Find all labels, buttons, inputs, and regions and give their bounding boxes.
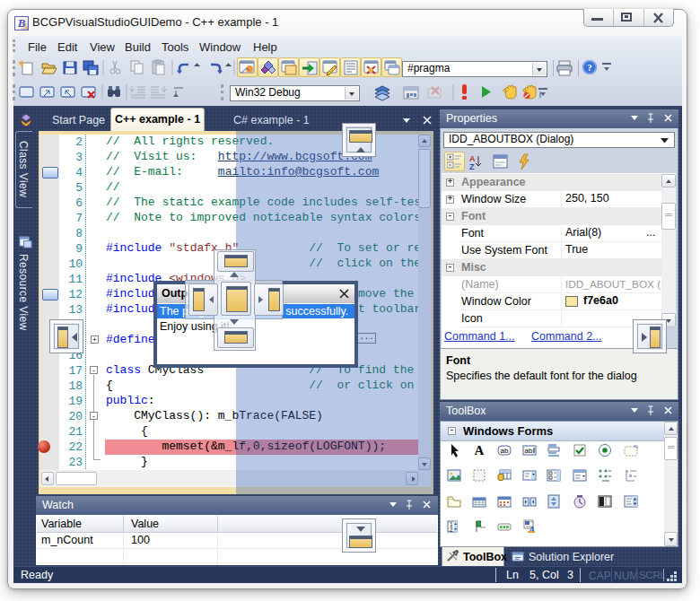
svg-text:xy: xy (634, 443, 638, 449)
svg-text:ab: ab (501, 447, 509, 455)
svg-text:ab: ab (525, 447, 533, 455)
svg-text:?: ? (587, 62, 592, 73)
svg-text:2: 2 (450, 527, 453, 533)
svg-text:Z: Z (469, 162, 475, 171)
svg-text:A: A (475, 443, 485, 457)
